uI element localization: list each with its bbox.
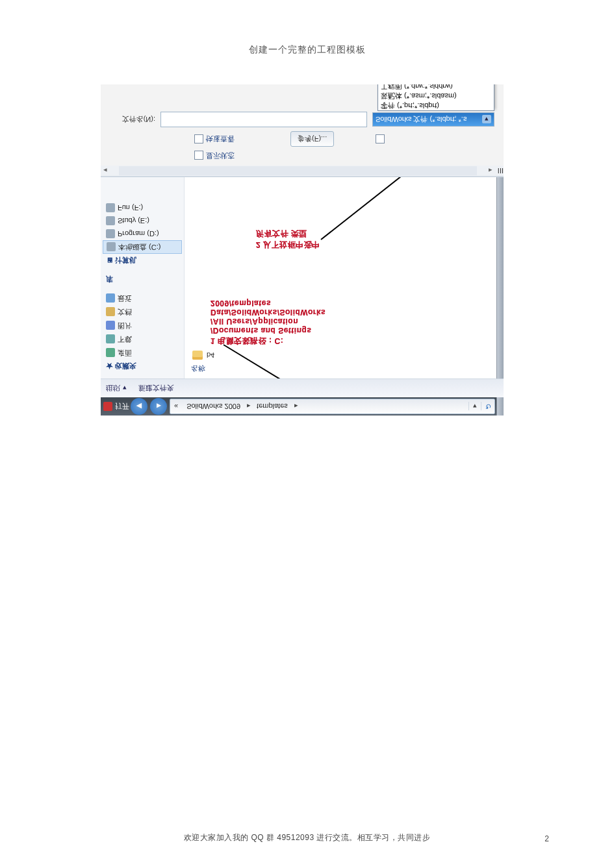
pictures-icon: [106, 321, 115, 330]
column-header-name[interactable]: 名称: [185, 362, 496, 378]
sidebar-item-label: 桌面: [118, 348, 132, 358]
sidebar-drive-item[interactable]: 本地磁盘 (C:): [103, 240, 182, 254]
filetype-dropdown-list[interactable]: 零件 (*.prt;*.sldprt)装配体 (*.asm;*.sldasm)工…: [377, 84, 494, 111]
preview-pane: [496, 177, 504, 378]
drive-icon: [106, 203, 115, 212]
sidebar-item-label: Study (E:): [118, 217, 149, 225]
recent-icon: [106, 294, 115, 303]
sidebar-drive-item[interactable]: Program (D:): [101, 227, 184, 240]
new-folder-button[interactable]: 新建文件夹: [138, 384, 174, 393]
bottom-panel: 显示状态 快速查看 参考(F)... 文件名(N): SolidWorks 文件…: [101, 84, 504, 166]
horizontal-scrollbar[interactable]: ◂ ▸ III: [101, 166, 504, 177]
folder-label: b4: [207, 351, 214, 359]
chevron-right-icon: ▸: [292, 403, 300, 411]
pdf-icon: [103, 402, 112, 411]
organize-button[interactable]: 组织: [106, 384, 120, 393]
breadcrumb[interactable]: « SolidWorks 2009 ▸ templates ▸ ▾ ↻: [170, 399, 495, 414]
unknown-checkbox[interactable]: [376, 134, 385, 143]
filetype-option[interactable]: 工程图 (*.drw;*.slddrw): [378, 84, 494, 91]
window-edge: [496, 397, 504, 415]
drive-icon: [106, 216, 115, 225]
desktop-icon: [106, 349, 115, 358]
drive-icon: [107, 243, 116, 252]
breadcrumb-seg-2[interactable]: templates: [253, 399, 292, 414]
sidebar: ★ 收藏夹 桌面下载图片文档最近 库 🖥 计算机 本地磁盘 (C:)Progra…: [101, 177, 185, 378]
titlebar-open-label: 打开: [115, 402, 129, 412]
sidebar-group-favorites: ★ 收藏夹: [101, 360, 184, 375]
file-list-area: 名称 b4 1 电脑安装路径：C: /Documents and Setting…: [185, 177, 496, 378]
drive-icon: [106, 229, 115, 238]
sidebar-item-label: 图片: [118, 321, 132, 330]
sidebar-item-label: Program (D:): [118, 230, 159, 238]
sidebar-drive-item[interactable]: Fun (F:): [101, 201, 184, 214]
refresh-icon[interactable]: ↻: [481, 403, 494, 411]
sidebar-item[interactable]: 桌面: [101, 346, 184, 360]
sidebar-item-label: 下载: [118, 334, 132, 344]
page-footer: 欢迎大家加入我的 QQ 群 49512093 进行交流。相互学习，共同进步: [0, 832, 614, 843]
dropdown-icon[interactable]: ▾: [123, 384, 127, 393]
sidebar-item[interactable]: 文档: [101, 305, 184, 319]
sidebar-item-label: 文档: [118, 307, 132, 317]
nav-forward-button[interactable]: ▸: [150, 398, 167, 415]
folder-icon: [192, 351, 203, 360]
toolbar: 组织 ▾ 新建文件夹: [101, 378, 504, 397]
breadcrumb-dropdown-icon[interactable]: «: [170, 399, 183, 414]
sidebar-item[interactable]: 最近: [101, 291, 184, 305]
filename-input[interactable]: [160, 112, 367, 127]
sidebar-drive-item[interactable]: Study (E:): [101, 214, 184, 227]
reference-button[interactable]: 参考(F)...: [290, 131, 334, 147]
nav-back-button[interactable]: ◄: [131, 398, 147, 415]
svg-line-1: [321, 177, 441, 240]
titlebar: 打开 ◄ ▸ « SolidWorks 2009 ▸ templates ▸ ▾…: [101, 397, 504, 415]
quick-view-checkbox[interactable]: 快速查看: [194, 134, 235, 144]
sidebar-item[interactable]: 下载: [101, 332, 184, 346]
annotation-1: 1 电脑安装路径：C: /Documents and Settings /All…: [211, 299, 326, 346]
documents-icon: [106, 308, 115, 317]
sidebar-item-label: Fun (F:): [118, 204, 143, 212]
scroll-right-icon[interactable]: ▸: [486, 167, 495, 175]
page-title: 创建一个完整的工程图模板: [0, 0, 614, 56]
download-icon: [106, 335, 115, 344]
sidebar-group-library: 库: [101, 273, 184, 288]
page-number: 2: [544, 834, 549, 843]
filetype-combo[interactable]: SolidWorks 文件 (*.sldprt; *.s▾: [372, 112, 494, 127]
filetype-option[interactable]: 零件 (*.prt;*.sldprt): [378, 101, 494, 110]
chevron-right-icon: ▸: [245, 403, 253, 411]
display-state-checkbox[interactable]: 显示状态: [194, 151, 235, 160]
main-area: ★ 收藏夹 桌面下载图片文档最近 库 🖥 计算机 本地磁盘 (C:)Progra…: [101, 177, 504, 378]
breadcrumb-seg-1[interactable]: SolidWorks 2009: [183, 399, 245, 414]
sidebar-group-computer: 🖥 计算机: [101, 254, 184, 269]
scroll-left-icon[interactable]: ◂: [101, 167, 110, 175]
sidebar-item-label: 最近: [118, 293, 132, 303]
list-item[interactable]: b4: [185, 348, 496, 362]
filename-label: 文件名(N):: [110, 115, 155, 125]
sidebar-item-label: 本地磁盘 (C:): [118, 242, 160, 252]
filetype-option[interactable]: 装配体 (*.asm;*.sldasm): [378, 91, 494, 101]
dropdown-icon[interactable]: ▾: [482, 116, 491, 124]
annotation-2: 2 从下拉框中选中 所有文件 类型: [256, 228, 320, 250]
breadcrumb-history-icon[interactable]: ▾: [468, 403, 481, 411]
sidebar-item[interactable]: 图片: [101, 319, 184, 332]
view-mode-label: III: [498, 167, 504, 175]
open-dialog-screenshot: 打开 ◄ ▸ « SolidWorks 2009 ▸ templates ▸ ▾…: [101, 84, 504, 415]
